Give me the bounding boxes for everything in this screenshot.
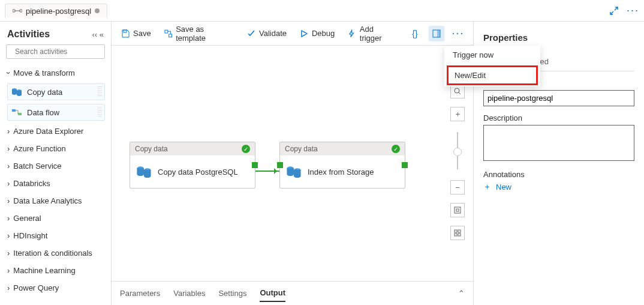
output-port[interactable] [402, 162, 408, 168]
expand-icon[interactable] [610, 7, 618, 15]
trigger-dropdown: Trigger now New/Edit [444, 46, 540, 86]
output-port[interactable] [252, 162, 258, 168]
tab-variables[interactable]: Variables [173, 285, 205, 301]
tool-label: Save as template [176, 25, 234, 43]
node-type: Copy data [135, 145, 168, 153]
chevron-right-icon: › [7, 179, 10, 188]
node-title: Index from Storage [308, 168, 374, 177]
section-item[interactable]: ›Machine Learning [6, 262, 105, 279]
name-input[interactable] [483, 90, 634, 106]
chevron-right-icon: › [7, 162, 10, 171]
input-port[interactable] [277, 162, 283, 168]
section-item[interactable]: ›Data Lake Analytics [6, 193, 105, 209]
section-item[interactable]: ›Iteration & conditionals [6, 245, 105, 261]
search-input[interactable] [14, 47, 106, 56]
template-icon [164, 29, 173, 38]
svg-rect-20 [458, 230, 461, 232]
layout-icon [454, 229, 461, 237]
description-label: Description [483, 113, 634, 122]
activities-search[interactable] [6, 44, 105, 59]
designer-area: Save Save as template Validate Debug Add… [112, 22, 473, 305]
section-label: Machine Learning [13, 266, 75, 275]
section-item[interactable]: ›Power Query [6, 280, 105, 296]
node-copy-postgresql[interactable]: Copy data ✓ Copy data PostgreSQL [130, 142, 255, 189]
database-icon [136, 164, 152, 180]
node-type: Copy data [285, 145, 318, 153]
pipeline-canvas[interactable]: Copy data ✓ Copy data PostgreSQL Copy da… [112, 46, 473, 281]
section-label: Azure Data Explorer [13, 127, 83, 136]
fit-to-screen-button[interactable] [450, 203, 465, 217]
node-index-storage[interactable]: Copy data ✓ Index from Storage [279, 142, 405, 189]
svg-rect-1 [20, 10, 22, 12]
svg-rect-19 [455, 230, 457, 232]
svg-rect-18 [456, 209, 459, 211]
trigger-now-item[interactable]: Trigger now [444, 46, 540, 64]
annotations-label: Annotations [483, 170, 634, 179]
section-item[interactable]: ›Azure Data Explorer [6, 123, 105, 139]
save-button[interactable]: Save [119, 26, 154, 40]
properties-toggle-button[interactable] [429, 26, 444, 41]
section-item[interactable]: ›Databricks [6, 175, 105, 192]
new-label: New [496, 183, 511, 192]
zoom-slider[interactable] [457, 132, 458, 169]
plus-icon: ＋ [483, 181, 491, 192]
activity-label: Copy data [27, 88, 62, 97]
activity-data-flow[interactable]: Data flow [7, 104, 105, 121]
search-icon [454, 88, 461, 95]
connection-arrow [255, 171, 279, 172]
layout-button[interactable] [450, 226, 465, 240]
save-template-button[interactable]: Save as template [162, 22, 236, 45]
chevron-right-icon: › [7, 214, 10, 223]
drag-handle-icon [97, 107, 102, 118]
section-label: HDInsight [13, 231, 47, 240]
section-item[interactable]: ›HDInsight [6, 228, 105, 244]
code-view-button[interactable]: {} [407, 26, 423, 41]
tool-label: Debug [312, 29, 335, 38]
svg-rect-0 [13, 10, 15, 12]
drag-handle-icon [97, 86, 102, 97]
slider-thumb-icon[interactable] [453, 148, 462, 156]
add-annotation-button[interactable]: ＋ New [483, 181, 634, 192]
bottom-collapse-button[interactable]: ⌃ [458, 289, 465, 298]
validate-button[interactable]: Validate [245, 26, 289, 40]
section-move-transform[interactable]: › Move & transform [6, 65, 105, 81]
zoom-out-button[interactable]: − [450, 180, 465, 195]
svg-rect-21 [455, 234, 457, 236]
svg-rect-9 [168, 34, 171, 37]
chevron-right-icon: › [7, 266, 10, 275]
pipeline-tab[interactable]: pipeline-postgresql [5, 4, 107, 18]
section-label: General [13, 214, 41, 223]
bottom-panel-tabs: Parameters Variables Settings Output ⌃ [112, 281, 473, 305]
properties-icon [432, 29, 441, 38]
add-trigger-button[interactable]: Add trigger [345, 22, 399, 45]
debug-button[interactable]: Debug [297, 26, 337, 40]
tab-more-icon[interactable]: ··· [627, 4, 639, 17]
tab-output[interactable]: Output [260, 285, 285, 302]
tab-parameters[interactable]: Parameters [120, 285, 160, 301]
chevron-right-icon: › [7, 196, 10, 205]
tab-settings[interactable]: Settings [218, 285, 246, 301]
section-label: Databricks [13, 179, 50, 188]
section-label: Batch Service [13, 162, 61, 171]
check-icon [247, 29, 255, 38]
svg-rect-6 [18, 113, 22, 115]
trigger-new-edit-item[interactable]: New/Edit [447, 65, 538, 85]
play-icon [300, 29, 308, 38]
description-input[interactable] [483, 125, 634, 161]
section-item[interactable]: ›Batch Service [6, 158, 105, 174]
activities-collapse-button[interactable]: ‹‹ « [92, 30, 104, 39]
toolbar-more-button[interactable]: ··· [450, 26, 466, 41]
svg-rect-22 [458, 234, 461, 236]
svg-rect-11 [437, 30, 440, 37]
activity-copy-data[interactable]: Copy data [7, 83, 105, 100]
database-icon [286, 164, 302, 180]
data-flow-icon [11, 107, 22, 117]
section-label: Move & transform [13, 68, 75, 77]
svg-rect-7 [124, 30, 127, 32]
section-item[interactable]: ›General [6, 210, 105, 226]
section-item[interactable]: ›Azure Function [6, 140, 105, 157]
section-label: Data Lake Analytics [13, 196, 82, 205]
zoom-in-button[interactable]: ＋ [450, 107, 465, 121]
activities-title: Activities [7, 29, 50, 40]
chevron-right-icon: › [7, 144, 10, 153]
